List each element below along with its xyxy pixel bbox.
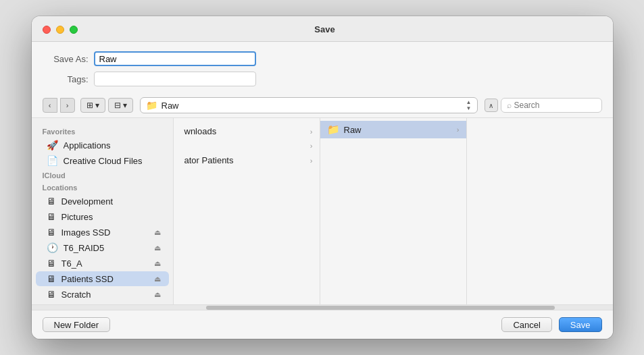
up-arrow: ▲: [466, 100, 472, 105]
scratch-label: Scratch: [61, 290, 149, 300]
sidebar-item-t6-raid5[interactable]: 🕐 T6_RAID5 ⏏: [36, 240, 169, 255]
file-column-1: wnloads › › ator Patients ›: [174, 118, 320, 304]
tags-input[interactable]: [94, 72, 256, 86]
new-folder-button[interactable]: New Folder: [43, 317, 110, 332]
save-button[interactable]: Save: [559, 317, 602, 332]
list-item[interactable]: ator Patients ›: [174, 153, 320, 168]
save-as-row: Save As:: [48, 51, 597, 66]
title-bar: Save: [32, 16, 613, 42]
drive-icon-images-ssd: 🖥: [47, 227, 56, 238]
search-box: ⌕: [501, 98, 602, 113]
creative-cloud-label: Creative Cloud Files: [64, 156, 161, 166]
col1-items: wnloads › › ator Patients ›: [174, 121, 320, 171]
save-as-label: Save As:: [48, 54, 89, 64]
location-arrows: ▲ ▼: [466, 100, 472, 111]
chevron-icon: ›: [457, 126, 460, 134]
save-as-input[interactable]: [94, 51, 256, 66]
sidebar-item-images-ssd[interactable]: 🖥 Images SSD ⏏: [36, 225, 169, 240]
eject-icon-images-ssd: ⏏: [154, 228, 161, 237]
development-label: Development: [61, 196, 161, 207]
scroll-track[interactable]: [32, 304, 613, 310]
patients-ssd-label: Patients SSD: [61, 274, 149, 284]
back-button[interactable]: ‹: [43, 98, 57, 113]
form-area: Save As: Tags:: [32, 42, 613, 93]
list-item[interactable]: ›: [174, 139, 320, 153]
sidebar-item-development[interactable]: 🖥 Development: [36, 194, 169, 209]
sidebar-item-pictures[interactable]: 🖥 Pictures: [36, 209, 169, 224]
expand-button[interactable]: ∧: [485, 99, 498, 112]
list-item[interactable]: wnloads ›: [174, 124, 320, 139]
pictures-label: Pictures: [61, 212, 161, 222]
tags-row: Tags:: [48, 72, 597, 86]
tags-label: Tags:: [48, 74, 89, 84]
save-dialog: Save Save As: Tags: ‹ › ⊞ ▾ ⊟ ▾ 📁 Raw ▲ …: [32, 16, 613, 339]
item-name: ator Patients: [184, 155, 234, 165]
icloud-label: iCloud: [32, 169, 173, 181]
columns-icon: ⊞: [86, 101, 93, 110]
applications-icon: 🚀: [47, 140, 58, 151]
down-arrow: ▼: [466, 106, 472, 111]
chevron-icon: ›: [310, 142, 313, 150]
eject-icon-patients-ssd: ⏏: [154, 275, 161, 283]
list-item[interactable]: 📁 Raw ›: [320, 121, 466, 138]
folder-icon: 📁: [146, 100, 157, 111]
sidebar: Favorites 🚀 Applications 📄 Creative Clou…: [32, 118, 174, 304]
search-icon: ⌕: [507, 101, 512, 110]
location-picker[interactable]: 📁 Raw ▲ ▼: [140, 97, 478, 113]
file-column-3: [467, 118, 613, 304]
eject-icon-t6-raid5: ⏏: [154, 244, 161, 252]
creative-cloud-icon: 📄: [47, 155, 58, 166]
chevron-down-icon: ▾: [95, 101, 99, 110]
t6a-label: T6_A: [61, 258, 149, 269]
drive-icon-t6a: 🖥: [47, 258, 56, 269]
chevron-down-icon2: ▾: [123, 101, 127, 110]
sidebar-item-applications[interactable]: 🚀 Applications: [36, 138, 169, 153]
t6-raid5-label: T6_RAID5: [64, 243, 149, 253]
drive-icon-development: 🖥: [47, 196, 56, 207]
cancel-button[interactable]: Cancel: [501, 317, 551, 332]
sidebar-item-scratch[interactable]: 🖥 Scratch ⏏: [36, 287, 169, 302]
drive-icon-pictures: 🖥: [47, 211, 56, 222]
toolbar: ‹ › ⊞ ▾ ⊟ ▾ 📁 Raw ▲ ▼ ∧ ⌕: [32, 93, 613, 118]
eject-icon-t6a: ⏏: [154, 259, 161, 268]
chevron-icon: ›: [310, 157, 313, 165]
grid-icon: ⊟: [114, 101, 121, 110]
search-input[interactable]: [514, 101, 596, 110]
eject-icon-scratch: ⏏: [154, 290, 161, 299]
expand-icon: ∧: [489, 102, 493, 109]
sidebar-item-creative-cloud[interactable]: 📄 Creative Cloud Files: [36, 153, 169, 168]
forward-button[interactable]: ›: [60, 98, 75, 113]
bottom-bar: New Folder Cancel Save: [32, 310, 613, 339]
chevron-icon: ›: [310, 128, 313, 136]
images-ssd-label: Images SSD: [61, 227, 149, 238]
item-name: wnloads: [184, 126, 217, 136]
file-pane: wnloads › › ator Patients › 📁: [174, 118, 613, 304]
folder-icon: 📁: [327, 124, 340, 136]
location-name: Raw: [162, 101, 462, 111]
main-content: Favorites 🚀 Applications 📄 Creative Clou…: [32, 118, 613, 304]
sidebar-item-patients-ssd[interactable]: 🖥 Patients SSD ⏏: [36, 271, 169, 286]
applications-label: Applications: [64, 140, 161, 151]
drive-icon-scratch: 🖥: [47, 289, 56, 300]
file-column-2: 📁 Raw ›: [320, 118, 467, 304]
columns-view-button[interactable]: ⊞ ▾: [80, 98, 105, 113]
sidebar-item-t6a[interactable]: 🖥 T6_A ⏏: [36, 256, 169, 271]
window-title: Save: [48, 24, 602, 34]
favorites-label: Favorites: [32, 125, 173, 137]
drive-icon-t6-raid5: 🕐: [47, 242, 58, 253]
file-name: Raw: [344, 125, 453, 135]
drive-icon-patients-ssd: 🖥: [47, 273, 56, 284]
grid-view-button[interactable]: ⊟ ▾: [108, 98, 133, 113]
locations-label: Locations: [32, 181, 173, 193]
scroll-thumb: [206, 306, 555, 310]
